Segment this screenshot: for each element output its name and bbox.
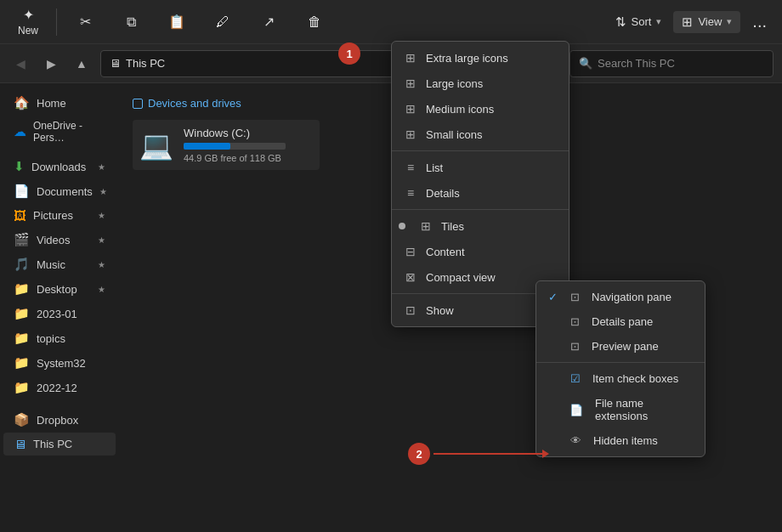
menu-item-content[interactable]: ⊟ Content (392, 239, 569, 264)
menu-item-list[interactable]: ≡ List (392, 155, 569, 180)
drive-icon: 💻 (139, 129, 173, 161)
sort-label: Sort (632, 15, 652, 28)
navigation-pane-label: Navigation pane (592, 291, 672, 303)
new-button[interactable]: ✦ New (7, 3, 49, 40)
copy-button[interactable]: ⧉ (110, 11, 152, 33)
sidebar-item-2023[interactable]: 📁 2023-01 (3, 302, 116, 325)
menu-item-large-icons[interactable]: ⊞ Large icons (392, 71, 569, 96)
submenu-item-item-check-boxes[interactable]: ✓ ☑ Item check boxes (536, 366, 705, 391)
topics-icon: 📁 (14, 331, 30, 346)
menu-separator-1 (392, 150, 569, 151)
downloads-pin-icon: ★ (98, 162, 105, 172)
documents-icon: 📄 (14, 184, 30, 199)
path-text: This PC (126, 57, 165, 70)
desktop-pin-icon: ★ (98, 285, 105, 294)
show-icon: ⊡ (404, 303, 417, 317)
sidebar-item-dropbox[interactable]: 📦 Dropbox (3, 408, 116, 432)
large-icons-label: Large icons (426, 77, 483, 90)
content-label: Content (426, 246, 465, 258)
section-title-text: Devices and drives (148, 97, 241, 110)
cut-icon: ✂ (80, 14, 91, 30)
view-label: View (698, 15, 722, 28)
sidebar-label-downloads: Downloads (31, 161, 86, 173)
share-button[interactable]: ↗ (247, 10, 290, 33)
submenu-item-file-name-extensions[interactable]: ✓ 📄 File name extensions (536, 391, 705, 428)
sidebar-item-onedrive[interactable]: ☁ OneDrive - Pers… (3, 116, 116, 148)
sidebar-label-dropbox: Dropbox (37, 414, 78, 427)
submenu-item-navigation-pane[interactable]: ✓ ⊡ Navigation pane (536, 285, 705, 309)
back-button[interactable]: ◀ (8, 52, 32, 76)
arrow-head (542, 450, 549, 458)
rename-button[interactable]: 🖊 (201, 11, 244, 33)
details-pane-check-icon: ✓ (548, 315, 562, 328)
sidebar-item-home[interactable]: 🏠 Home (3, 91, 116, 115)
small-icons-label: Small icons (426, 128, 482, 141)
preview-pane-sub-icon: ⊡ (570, 340, 580, 353)
navigation-pane-sub-icon: ⊡ (570, 291, 580, 303)
submenu-item-hidden-items[interactable]: ✓ 👁 Hidden items (536, 428, 705, 453)
sidebar-label-2023: 2023-01 (37, 308, 77, 320)
file-name-extensions-check-icon: ✓ (548, 404, 561, 416)
show-submenu: ✓ ⊡ Navigation pane ✓ ⊡ Details pane ✓ ⊡… (536, 280, 706, 457)
sidebar-item-documents[interactable]: 📄 Documents ★ (3, 179, 116, 203)
videos-icon: 🎬 (14, 232, 30, 247)
folder-2022-icon: 📁 (14, 380, 30, 395)
folder-2023-icon: 📁 (14, 306, 30, 321)
view-chevron-icon: ▾ (727, 16, 732, 27)
search-box[interactable]: 🔍 Search This PC (570, 50, 774, 77)
delete-icon: 🗑 (308, 14, 321, 30)
sidebar-item-2022[interactable]: 📁 2022-12 (3, 376, 116, 399)
navigation-pane-check-icon: ✓ (548, 291, 562, 303)
compact-view-label: Compact view (426, 271, 496, 284)
details-pane-sub-icon: ⊡ (570, 315, 580, 328)
submenu-item-details-pane[interactable]: ✓ ⊡ Details pane (536, 309, 705, 334)
hidden-items-check-icon: ✓ (548, 434, 562, 447)
downloads-icon: ⬇ (14, 159, 25, 174)
file-name-extensions-label: File name extensions (595, 397, 693, 422)
view-button[interactable]: ⊞ View ▾ (673, 11, 740, 33)
medium-icons-icon: ⊞ (404, 102, 417, 116)
details-label: Details (426, 187, 460, 200)
menu-item-medium-icons[interactable]: ⊞ Medium icons (392, 96, 569, 122)
sort-button[interactable]: ⇅ Sort ▾ (607, 11, 671, 33)
menu-item-small-icons[interactable]: ⊞ Small icons (392, 122, 569, 147)
sidebar-item-thispc[interactable]: 🖥 This PC (3, 433, 116, 456)
hidden-items-sub-icon: 👁 (570, 434, 581, 447)
sidebar-label-videos: Videos (37, 234, 71, 246)
menu-item-details[interactable]: ≡ Details (392, 180, 569, 206)
delete-button[interactable]: 🗑 (293, 11, 336, 33)
sidebar-label-desktop: Desktop (37, 283, 77, 296)
submenu-separator-1 (536, 362, 705, 363)
sidebar-item-pictures[interactable]: 🖼 Pictures ★ (3, 204, 116, 227)
sidebar-item-desktop[interactable]: 📁 Desktop ★ (3, 277, 116, 301)
paste-button[interactable]: 📋 (156, 10, 198, 33)
forward-button[interactable]: ▶ (39, 52, 63, 76)
sidebar: 🏠 Home ☁ OneDrive - Pers… ⬇ Downloads ★ … (0, 83, 119, 532)
sidebar-label-2022: 2022-12 (37, 382, 77, 394)
menu-item-extra-large-icons[interactable]: ⊞ Extra large icons (392, 45, 569, 71)
details-icon: ≡ (404, 186, 417, 200)
sidebar-label-system32: System32 (37, 357, 86, 370)
sidebar-label-home: Home (37, 97, 66, 110)
sort-chevron-icon: ▾ (656, 16, 661, 27)
preview-pane-label: Preview pane (592, 340, 659, 353)
up-button[interactable]: ▲ (70, 52, 94, 76)
pictures-icon: 🖼 (14, 208, 26, 223)
submenu-item-preview-pane[interactable]: ✓ ⊡ Preview pane (536, 334, 705, 359)
extra-large-icons-label: Extra large icons (426, 52, 508, 65)
sidebar-item-topics[interactable]: 📁 topics (3, 326, 116, 350)
sidebar-item-system32[interactable]: 📁 System32 (3, 351, 116, 375)
sidebar-item-music[interactable]: 🎵 Music ★ (3, 252, 116, 276)
sidebar-item-downloads[interactable]: ⬇ Downloads ★ (3, 155, 116, 178)
compact-view-icon: ⊠ (404, 270, 417, 284)
list-icon: ≡ (404, 161, 417, 174)
list-label: List (426, 161, 443, 174)
cut-button[interactable]: ✂ (64, 10, 106, 33)
sidebar-item-videos[interactable]: 🎬 Videos ★ (3, 228, 116, 252)
menu-item-tiles[interactable]: ⊞ Tiles (392, 213, 569, 239)
drive-item-c[interactable]: 💻 Windows (C:) 44.9 GB free of 118 GB (133, 120, 320, 170)
onedrive-icon: ☁ (14, 124, 26, 139)
large-icons-icon: ⊞ (404, 76, 417, 90)
more-button[interactable]: ... (744, 8, 775, 35)
new-label: New (18, 25, 38, 37)
